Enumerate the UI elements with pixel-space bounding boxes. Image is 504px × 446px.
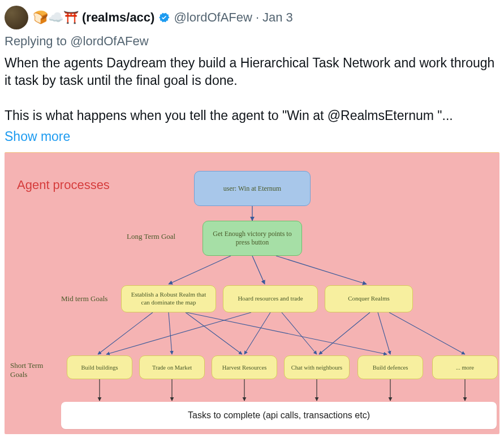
tasks-bar: Tasks to complete (api calls, transactio… — [61, 402, 497, 429]
diagram: Agent processes — [5, 152, 499, 434]
label-mid-term: Mid term Goals — [61, 294, 107, 303]
label-short-term: Short Term Goals — [10, 361, 43, 379]
svg-line-6 — [186, 312, 242, 354]
show-more-link[interactable]: Show more — [5, 129, 70, 144]
svg-line-13 — [389, 312, 465, 354]
diagram-title: Agent processes — [17, 178, 110, 192]
reply-line: Replying to @lordOfAFew — [5, 34, 499, 49]
reply-handle[interactable]: @lordOfAFew — [70, 34, 148, 48]
emoji-name: 🍞☁️⛩️ — [33, 10, 79, 25]
node-mid-2: Hoard resources and trade — [223, 285, 318, 312]
svg-line-7 — [187, 312, 387, 354]
display-name[interactable]: (realms/acc) — [82, 10, 154, 25]
tweet-header: 🍞☁️⛩️ (realms/acc) @lordOfAFew · Jan 3 — [5, 6, 499, 29]
svg-line-8 — [106, 312, 251, 354]
node-short-4: Chat with neighbours — [284, 355, 350, 379]
node-mid-1: Establish a Robust Realm that can domina… — [121, 285, 216, 312]
svg-line-9 — [244, 312, 270, 354]
svg-line-5 — [169, 312, 172, 354]
node-short-5: Build defences — [357, 355, 423, 379]
svg-line-10 — [282, 312, 317, 354]
tweet-body: When the agents Daydream they build a Hi… — [5, 54, 499, 125]
tweet-date[interactable]: Jan 3 — [262, 10, 293, 25]
node-short-6: ... more — [432, 355, 498, 379]
node-short-1: Build buildings — [67, 355, 132, 379]
svg-line-3 — [276, 256, 367, 284]
svg-line-11 — [319, 312, 370, 354]
svg-line-12 — [378, 312, 390, 354]
handle[interactable]: @lordOfAFew — [174, 10, 252, 25]
label-long-term: Long Term Goal — [127, 232, 175, 241]
verified-icon — [158, 11, 170, 24]
avatar[interactable] — [5, 6, 28, 29]
node-mid-3: Conquer Realms — [325, 285, 413, 312]
node-short-2: Trade on Market — [139, 355, 205, 379]
node-long-term: Get Enough victory points to press butto… — [203, 221, 302, 256]
svg-line-2 — [252, 256, 265, 284]
tweet-container: 🍞☁️⛩️ (realms/acc) @lordOfAFew · Jan 3 R… — [0, 0, 504, 434]
node-user: user: Win at Eternum — [194, 171, 311, 206]
svg-line-4 — [98, 312, 153, 354]
reply-prefix: Replying to — [5, 34, 70, 48]
svg-line-1 — [169, 256, 231, 284]
name-line: 🍞☁️⛩️ (realms/acc) @lordOfAFew · Jan 3 — [33, 10, 293, 25]
dot-separator: · — [256, 10, 259, 25]
node-short-3: Harvest Resources — [212, 355, 277, 379]
